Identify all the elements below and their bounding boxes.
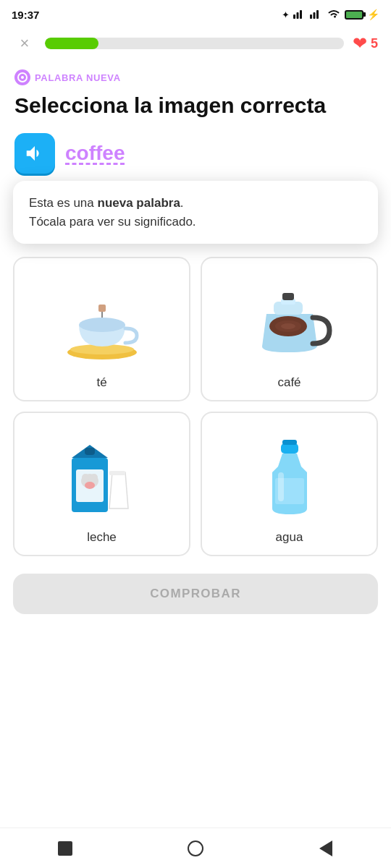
svg-rect-12 bbox=[98, 305, 106, 312]
svg-point-27 bbox=[85, 482, 95, 489]
progress-bar bbox=[45, 38, 344, 49]
card-agua[interactable]: agua bbox=[201, 412, 378, 556]
back-button[interactable] bbox=[311, 834, 340, 863]
badge-text: PALABRA NUEVA bbox=[35, 72, 121, 83]
card-agua-label: agua bbox=[276, 530, 303, 545]
top-nav: × ❤ 5 bbox=[0, 26, 391, 61]
svg-rect-0 bbox=[293, 14, 295, 19]
svg-point-10 bbox=[79, 318, 125, 332]
svg-point-25 bbox=[82, 474, 89, 481]
triangle-icon bbox=[319, 841, 332, 856]
lesson-title: Selecciona la imagen correcta bbox=[14, 93, 377, 119]
tooltip-line1: Esta es una bbox=[29, 196, 98, 210]
svg-rect-2 bbox=[300, 10, 302, 19]
lesson-header: PALABRA NUEVA Selecciona la imagen corre… bbox=[0, 61, 391, 133]
circle-icon bbox=[188, 841, 203, 856]
wifi-icon bbox=[327, 8, 341, 21]
heart-icon: ❤ bbox=[353, 33, 367, 54]
signal-icon bbox=[293, 9, 306, 21]
square-icon bbox=[58, 841, 72, 856]
check-button[interactable]: COMPROBAR bbox=[13, 574, 378, 614]
home-circle-button[interactable] bbox=[181, 834, 210, 863]
svg-rect-29 bbox=[281, 443, 298, 454]
battery-icon bbox=[345, 10, 363, 20]
word-row: coffee bbox=[0, 133, 391, 174]
svg-point-7 bbox=[21, 76, 24, 79]
card-te-label: té bbox=[96, 375, 106, 390]
svg-rect-31 bbox=[278, 472, 284, 501]
tooltip-bold: nueva palabra bbox=[98, 196, 180, 210]
svg-rect-1 bbox=[297, 12, 299, 19]
card-leche-label: leche bbox=[87, 530, 117, 545]
card-te[interactable]: té bbox=[13, 257, 190, 401]
bottom-nav bbox=[0, 827, 391, 868]
hearts-container: ❤ 5 bbox=[353, 33, 378, 54]
close-button[interactable]: × bbox=[13, 32, 36, 55]
svg-rect-4 bbox=[314, 12, 316, 19]
check-btn-container: COMPROBAR bbox=[0, 566, 391, 629]
image-grid: té café bbox=[0, 247, 391, 566]
status-icons: ✦ ⚡ bbox=[282, 8, 379, 21]
card-cafe-label: café bbox=[277, 375, 300, 390]
svg-point-26 bbox=[91, 474, 98, 481]
card-cafe[interactable]: café bbox=[201, 257, 378, 401]
progress-bar-fill bbox=[45, 38, 98, 49]
card-leche[interactable]: leche bbox=[13, 412, 190, 556]
svg-rect-3 bbox=[310, 14, 312, 19]
speaker-button[interactable] bbox=[14, 133, 55, 174]
svg-rect-32 bbox=[282, 440, 297, 445]
status-bar: 19:37 ✦ ⚡ bbox=[0, 0, 391, 26]
status-time: 19:37 bbox=[12, 9, 39, 21]
svg-rect-28 bbox=[109, 471, 125, 475]
bluetooth-icon: ✦ bbox=[282, 9, 290, 20]
home-button[interactable] bbox=[51, 834, 80, 863]
svg-point-19 bbox=[281, 323, 295, 329]
svg-rect-5 bbox=[316, 10, 319, 19]
hearts-count: 5 bbox=[371, 36, 378, 51]
new-word-badge: PALABRA NUEVA bbox=[14, 69, 377, 85]
svg-rect-22 bbox=[85, 448, 95, 455]
svg-rect-16 bbox=[282, 293, 294, 300]
bolt-icon: ⚡ bbox=[367, 9, 379, 20]
tooltip-box: Esta es una nueva palabra.Tócala para ve… bbox=[13, 181, 378, 244]
word-text[interactable]: coffee bbox=[65, 142, 125, 165]
badge-icon bbox=[14, 69, 30, 85]
tooltip-text: Esta es una nueva palabra.Tócala para ve… bbox=[29, 194, 362, 231]
signal2-icon bbox=[310, 9, 323, 21]
